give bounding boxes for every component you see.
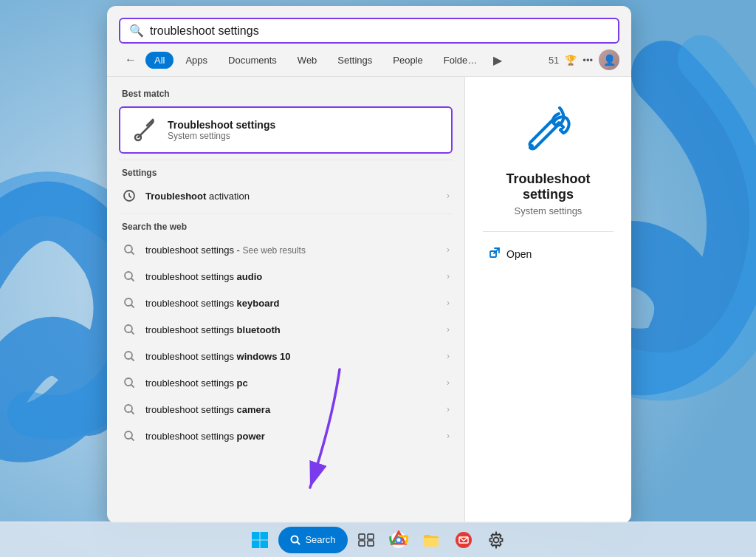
search-web-icon-3: [122, 322, 137, 337]
back-button[interactable]: ←: [119, 50, 142, 69]
troubleshoot-icon: [132, 117, 159, 143]
chrome-button[interactable]: [385, 526, 413, 554]
search-web-icon-7: [122, 428, 137, 443]
search-web-icon-6: [122, 402, 137, 417]
svg-point-26: [396, 538, 400, 541]
web-item-text-2: troubleshoot settings keyboard: [145, 298, 438, 309]
score-area: 51 🏆 ••• 👤: [549, 49, 619, 70]
web-item-6[interactable]: troubleshoot settings camera ›: [107, 396, 464, 423]
chevron-icon-6: ›: [447, 404, 450, 414]
main-content: Best match Troubleshoot settings System …: [107, 77, 631, 523]
svg-point-30: [493, 537, 498, 542]
search-web-icon-4: [122, 349, 137, 363]
web-item-text-3: troubleshoot settings bluetooth: [145, 324, 438, 335]
web-item-2[interactable]: troubleshoot settings keyboard ›: [107, 290, 464, 316]
divider-1: [119, 160, 453, 160]
web-item-1[interactable]: troubleshoot settings audio ›: [107, 263, 464, 290]
svg-point-28: [456, 532, 472, 548]
web-item-5[interactable]: troubleshoot settings pc ›: [107, 369, 464, 396]
svg-rect-21: [359, 541, 365, 546]
web-item-text-5: troubleshoot settings pc: [145, 377, 438, 389]
svg-rect-14: [252, 532, 260, 540]
external-link-icon: [489, 247, 501, 262]
tab-settings[interactable]: Settings: [329, 52, 381, 69]
web-section-label: Search the web: [107, 219, 464, 236]
search-web-icon-5: [122, 375, 137, 390]
right-panel: Troubleshoot settings System settings Op…: [465, 77, 631, 523]
right-panel-icon: [519, 100, 578, 160]
search-web-icon-0: [122, 242, 137, 257]
task-view-button[interactable]: [352, 526, 380, 554]
chevron-icon-4: ›: [447, 351, 450, 361]
search-input-wrapper[interactable]: 🔍 troubleshoot settings: [119, 18, 619, 44]
svg-rect-15: [261, 532, 269, 540]
search-web-icon-2: [122, 295, 137, 310]
chevron-icon-7: ›: [447, 431, 450, 441]
search-panel: 🔍 troubleshoot settings ← All Apps Docum…: [107, 6, 631, 523]
web-item-text-6: troubleshoot settings camera: [145, 404, 438, 415]
web-item-4[interactable]: troubleshoot settings windows 10 ›: [107, 343, 464, 369]
score-icon: 🏆: [565, 55, 577, 66]
best-match-item[interactable]: Troubleshoot settings System settings: [119, 106, 453, 154]
chevron-icon-2: ›: [447, 298, 450, 308]
web-item-7[interactable]: troubleshoot settings power ›: [107, 423, 464, 449]
left-panel: Best match Troubleshoot settings System …: [107, 77, 465, 523]
more-options-icon[interactable]: •••: [583, 55, 593, 66]
chevron-icon-1: ›: [447, 271, 450, 281]
settings-item-text: Troubleshoot activation: [145, 191, 438, 202]
user-avatar[interactable]: 👤: [599, 49, 619, 70]
svg-point-11: [529, 144, 534, 148]
divider-2: [119, 213, 453, 214]
web-item-text-0: troubleshoot settings - See web results: [145, 245, 438, 256]
taskbar-search-button[interactable]: Search: [278, 527, 347, 553]
best-match-title: Troubleshoot settings: [168, 119, 275, 131]
web-item-3[interactable]: troubleshoot settings bluetooth ›: [107, 316, 464, 343]
web-item-text-1: troubleshoot settings audio: [145, 271, 438, 282]
search-input[interactable]: troubleshoot settings: [150, 24, 609, 38]
search-web-icon-1: [122, 269, 137, 284]
web-item-text-4: troubleshoot settings windows 10: [145, 351, 438, 362]
chevron-icon: ›: [447, 191, 450, 201]
chevron-icon-0: ›: [447, 245, 450, 255]
best-match-text: Troubleshoot settings System settings: [168, 119, 275, 141]
taskbar-search-label: Search: [305, 534, 335, 545]
svg-rect-16: [252, 540, 260, 548]
svg-rect-27: [424, 538, 439, 547]
tab-web[interactable]: Web: [289, 52, 326, 69]
windows-start-button[interactable]: [246, 526, 274, 554]
score-value: 51: [549, 55, 559, 66]
taskbar: Search: [0, 522, 756, 557]
svg-rect-17: [261, 540, 269, 548]
right-panel-subtitle: System settings: [515, 205, 583, 216]
svg-rect-22: [368, 541, 374, 546]
tab-all[interactable]: All: [145, 52, 173, 69]
right-divider: [483, 231, 614, 232]
open-label: Open: [506, 248, 532, 260]
tab-folders[interactable]: Folde…: [435, 52, 487, 69]
tab-people[interactable]: People: [384, 52, 431, 69]
search-input-area: 🔍 troubleshoot settings: [107, 6, 631, 44]
chevron-icon-5: ›: [447, 377, 450, 388]
right-panel-title: Troubleshoot settings: [483, 171, 614, 202]
settings-section-label: Settings: [107, 165, 464, 182]
tab-documents[interactable]: Documents: [219, 52, 286, 69]
search-icon: 🔍: [129, 24, 144, 38]
circle-icon: [122, 188, 137, 203]
open-link[interactable]: Open: [483, 244, 537, 264]
svg-rect-19: [359, 534, 365, 539]
settings-button[interactable]: [482, 526, 510, 554]
chevron-icon-3: ›: [447, 324, 450, 335]
web-item-text-7: troubleshoot settings power: [145, 431, 438, 442]
svg-rect-20: [368, 534, 374, 539]
more-tabs-button[interactable]: ▶: [489, 51, 506, 69]
filter-tabs: ← All Apps Documents Web Settings People…: [107, 44, 631, 77]
mail-button[interactable]: [450, 526, 478, 554]
settings-item-troubleshoot-activation[interactable]: Troubleshoot activation ›: [107, 182, 464, 209]
tab-apps[interactable]: Apps: [176, 52, 216, 69]
web-item-0[interactable]: troubleshoot settings - See web results …: [107, 236, 464, 263]
file-explorer-button[interactable]: [417, 526, 445, 554]
best-match-subtitle: System settings: [168, 131, 275, 141]
best-match-label: Best match: [107, 86, 464, 103]
